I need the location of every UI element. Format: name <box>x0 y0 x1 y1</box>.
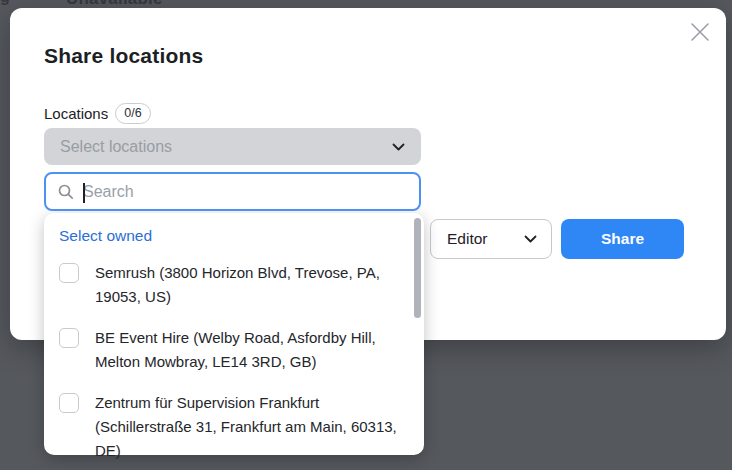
checkbox-unchecked[interactable] <box>59 393 79 413</box>
locations-dropdown-panel: Select owned Semrush (3800 Horizon Blvd,… <box>44 213 424 455</box>
scrollbar-thumb[interactable] <box>414 218 421 318</box>
location-option[interactable]: BE Event Hire (Welby Road, Asfordby Hill… <box>59 326 424 374</box>
location-option-label: BE Event Hire (Welby Road, Asfordby Hill… <box>95 326 411 374</box>
select-owned-link[interactable]: Select owned <box>59 227 152 245</box>
locations-label: Locations <box>44 105 108 122</box>
location-option-label: Zentrum für Supervision Frankfurt (Schil… <box>95 391 411 463</box>
search-input[interactable] <box>74 183 404 201</box>
modal-title: Share locations <box>44 44 203 68</box>
chevron-down-icon <box>392 143 405 151</box>
share-locations-modal: Share locations Locations 0/6 Select loc… <box>10 8 726 340</box>
role-select-value: Editor <box>431 230 524 248</box>
background-partial-letter: g <box>0 0 10 6</box>
close-icon <box>689 21 711 43</box>
chevron-down-icon <box>524 235 537 243</box>
location-option-label: Semrush (3800 Horizon Blvd, Trevose, PA,… <box>95 261 411 309</box>
location-option[interactable]: Zentrum für Supervision Frankfurt (Schil… <box>59 391 424 463</box>
checkbox-unchecked[interactable] <box>59 328 79 348</box>
checkbox-unchecked[interactable] <box>59 263 79 283</box>
select-locations-dropdown[interactable]: Select locations <box>44 128 421 165</box>
share-button[interactable]: Share <box>561 219 684 259</box>
location-option[interactable]: Semrush (3800 Horizon Blvd, Trevose, PA,… <box>59 261 424 309</box>
close-button[interactable] <box>686 18 714 46</box>
scrollbar-track[interactable] <box>414 217 422 451</box>
location-search-box <box>44 172 421 211</box>
select-locations-placeholder: Select locations <box>44 138 392 156</box>
role-select[interactable]: Editor <box>430 219 552 259</box>
search-icon <box>58 184 74 200</box>
locations-count-badge: 0/6 <box>115 103 150 124</box>
text-caret <box>83 183 85 203</box>
